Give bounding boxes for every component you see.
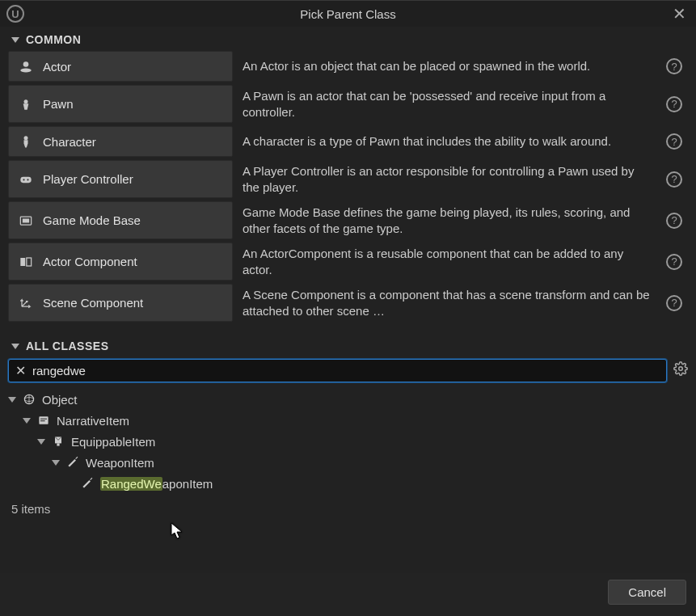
svg-rect-9 <box>20 258 25 266</box>
weapon-icon <box>79 477 95 490</box>
chevron-down-icon <box>11 37 19 43</box>
svg-rect-18 <box>57 443 59 445</box>
class-button-game-mode-base[interactable]: Game Mode Base <box>8 201 233 239</box>
search-input[interactable] <box>32 364 660 378</box>
tree-item[interactable]: Object <box>8 389 688 410</box>
chevron-down-icon <box>52 460 60 466</box>
class-description: An Actor is an object that can be placed… <box>233 51 660 82</box>
svg-rect-10 <box>27 258 32 266</box>
item-count-label: 5 items <box>0 497 696 521</box>
common-class-row: Actor ComponentAn ActorComponent is a re… <box>8 243 688 281</box>
tree-item[interactable]: RangedWeaponItem <box>8 473 688 494</box>
character-icon <box>17 134 35 149</box>
section-common-header[interactable]: COMMON <box>0 27 696 49</box>
actorcomp-icon <box>17 255 35 269</box>
common-class-row: CharacterA character is a type of Pawn t… <box>8 126 688 157</box>
class-description: A character is a type of Pawn that inclu… <box>233 126 660 157</box>
help-icon: ? <box>666 171 682 188</box>
search-field-wrap: ✕ <box>8 359 667 382</box>
help-button[interactable]: ? <box>660 160 688 198</box>
help-icon: ? <box>666 213 682 229</box>
class-button-pawn[interactable]: Pawn <box>8 85 233 123</box>
button-bar: Cancel <box>0 573 696 616</box>
pick-parent-class-dialog: U Pick Parent Class ✕ COMMON ActorAn Act… <box>0 0 696 616</box>
tree-item[interactable]: WeaponItem <box>8 452 688 473</box>
class-label: Pawn <box>43 97 74 111</box>
class-label: Actor Component <box>43 255 137 268</box>
help-icon: ? <box>666 96 682 112</box>
tree-item-label: NarrativeItem <box>57 414 129 428</box>
actor-icon <box>17 59 35 74</box>
help-button[interactable]: ? <box>660 126 688 157</box>
class-button-actor-component[interactable]: Actor Component <box>8 243 233 281</box>
pawn-icon <box>17 97 35 112</box>
class-label: Game Mode Base <box>43 213 141 227</box>
tree-item-label: WeaponItem <box>86 456 154 470</box>
object-icon <box>21 393 37 406</box>
equip-icon <box>50 435 66 448</box>
tree-item[interactable]: NarrativeItem <box>8 410 688 431</box>
svg-rect-16 <box>40 420 45 421</box>
help-icon: ? <box>666 58 682 74</box>
common-class-row: Player ControllerA Player Controller is … <box>8 160 688 198</box>
class-description: A Player Controller is an actor responsi… <box>233 160 660 198</box>
tree-item-label: EquippableItem <box>71 435 155 449</box>
class-description: A Pawn is an actor that can be 'possesse… <box>233 85 660 123</box>
search-row: ✕ <box>0 356 696 387</box>
chevron-down-icon <box>8 397 16 403</box>
svg-point-6 <box>27 179 28 180</box>
class-description: Game Mode Base defines the game being pl… <box>233 201 660 239</box>
clear-search-button[interactable]: ✕ <box>15 363 26 378</box>
tree-item[interactable]: EquippableItem <box>8 431 688 452</box>
weapon-icon <box>65 456 81 469</box>
help-button[interactable]: ? <box>660 243 688 281</box>
help-icon: ? <box>666 133 682 150</box>
svg-point-2 <box>24 99 28 103</box>
class-label: Actor <box>43 60 71 74</box>
svg-rect-8 <box>23 218 29 222</box>
window-title: Pick Parent Class <box>0 7 696 21</box>
class-description: An ActorComponent is a reusable componen… <box>233 243 660 281</box>
svg-rect-4 <box>20 176 31 183</box>
svg-point-11 <box>679 367 683 371</box>
class-button-player-controller[interactable]: Player Controller <box>8 160 233 198</box>
gear-icon[interactable] <box>673 361 688 380</box>
class-button-actor[interactable]: Actor <box>8 51 233 82</box>
narrative-icon <box>36 414 52 427</box>
svg-rect-15 <box>40 419 47 420</box>
class-label: Scene Component <box>43 296 143 310</box>
controller-icon <box>17 172 35 187</box>
chevron-down-icon <box>23 418 31 424</box>
tree-item-label: RangedWeaponItem <box>100 477 213 491</box>
help-button[interactable]: ? <box>660 85 688 123</box>
class-tree: ObjectNarrativeItemEquippableItemWeaponI… <box>0 387 696 497</box>
common-class-row: Scene ComponentA Scene Component is a co… <box>8 284 688 322</box>
cancel-button[interactable]: Cancel <box>608 580 686 605</box>
help-icon: ? <box>666 295 682 311</box>
help-button[interactable]: ? <box>660 201 688 239</box>
help-button[interactable]: ? <box>660 51 688 82</box>
class-description: A Scene Component is a component that ha… <box>233 284 660 322</box>
common-class-row: ActorAn Actor is an object that can be p… <box>8 51 688 82</box>
tree-item-label: Object <box>42 393 77 407</box>
help-button[interactable]: ? <box>660 284 688 322</box>
section-allclasses-label: ALL CLASSES <box>26 340 108 352</box>
class-label: Player Controller <box>43 172 133 186</box>
class-button-character[interactable]: Character <box>8 126 233 157</box>
common-class-row: PawnA Pawn is an actor that can be 'poss… <box>8 85 688 123</box>
section-common-label: COMMON <box>26 33 81 46</box>
help-icon: ? <box>666 254 682 270</box>
class-button-scene-component[interactable]: Scene Component <box>8 284 233 322</box>
svg-point-1 <box>20 69 31 73</box>
svg-point-0 <box>23 61 29 67</box>
scenecomp-icon <box>17 296 35 310</box>
svg-point-3 <box>24 136 28 140</box>
gamemode-icon <box>17 213 35 228</box>
titlebar: U Pick Parent Class ✕ <box>0 1 696 27</box>
svg-point-5 <box>23 179 24 180</box>
class-label: Character <box>43 135 96 149</box>
common-class-row: Game Mode BaseGame Mode Base defines the… <box>8 201 688 239</box>
section-allclasses-header[interactable]: ALL CLASSES <box>0 333 696 356</box>
common-class-list: ActorAn Actor is an object that can be p… <box>0 49 696 333</box>
chevron-down-icon <box>37 439 45 445</box>
